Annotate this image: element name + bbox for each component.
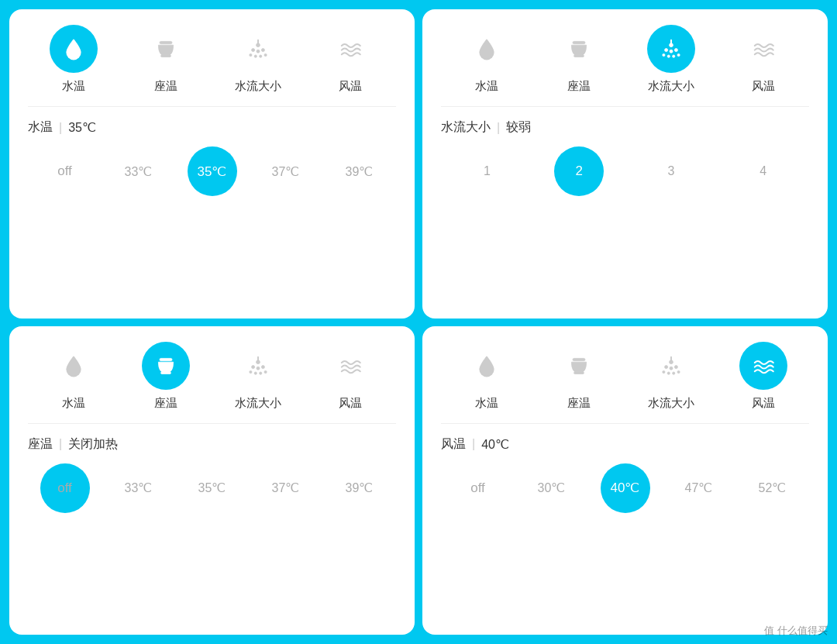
setting-name: 水流大小: [441, 119, 491, 136]
options-row: off30℃40℃47℃52℃: [441, 463, 809, 513]
setting-name: 水温: [28, 119, 53, 136]
watermark: 值 什么值得买: [764, 624, 828, 638]
setting-name: 风温: [441, 436, 466, 453]
card-flow-size: 水温座温水流大小风温水流大小 | 较弱1234: [422, 9, 828, 319]
setting-value: 35℃: [68, 120, 96, 135]
icon-item-seat[interactable]: 座温: [142, 25, 190, 94]
option-47[interactable]: 47℃: [674, 463, 724, 513]
card-seat-temp: 水温座温水流大小风温座温 | 关闭加热off33℃35℃37℃39℃: [9, 326, 415, 635]
wind-icon-active[interactable]: [739, 342, 787, 390]
wind-icon-inactive[interactable]: [739, 25, 787, 73]
icon-label-wind: 风温: [339, 79, 362, 94]
icon-item-seat[interactable]: 座温: [142, 342, 190, 411]
icon-label-water: 水温: [62, 79, 85, 94]
option-52[interactable]: 52℃: [748, 463, 797, 513]
icon-label-water: 水温: [475, 396, 498, 411]
options-row: 1234: [441, 146, 809, 196]
icons-row: 水温座温水流大小风温: [441, 25, 809, 94]
seat-icon-inactive[interactable]: [555, 25, 603, 73]
divider: [441, 423, 809, 424]
icon-item-water[interactable]: 水温: [50, 25, 98, 94]
card-wind-temp: 水温座温水流大小风温风温 | 40℃off30℃40℃47℃52℃: [422, 326, 828, 635]
water-icon-inactive[interactable]: [50, 342, 98, 390]
seat-icon-inactive[interactable]: [142, 25, 190, 73]
icon-item-water[interactable]: 水温: [463, 25, 511, 94]
icon-label-flow: 水流大小: [648, 79, 694, 94]
icons-row: 水温座温水流大小风温: [28, 25, 396, 94]
option-40[interactable]: 40℃: [601, 463, 650, 513]
icon-item-wind[interactable]: 风温: [739, 342, 787, 411]
divider: [28, 106, 396, 107]
icon-item-flow[interactable]: 水流大小: [234, 25, 282, 94]
flow-icon-inactive[interactable]: [234, 25, 282, 73]
icon-item-wind[interactable]: 风温: [326, 25, 374, 94]
water-icon-active[interactable]: [50, 25, 98, 73]
setting-label: 水温 | 35℃: [28, 119, 396, 136]
setting-label: 水流大小 | 较弱: [441, 119, 809, 136]
option-39[interactable]: 39℃: [335, 463, 384, 513]
icon-item-wind[interactable]: 风温: [739, 25, 787, 94]
seat-icon-inactive[interactable]: [555, 342, 603, 390]
card-water-temp: 水温座温水流大小风温水温 | 35℃off33℃35℃37℃39℃: [9, 9, 415, 319]
separator: |: [59, 121, 62, 135]
icon-label-seat: 座温: [567, 396, 591, 411]
option-35[interactable]: 35℃: [188, 463, 237, 513]
divider: [28, 423, 396, 424]
option-39[interactable]: 39℃: [335, 146, 384, 196]
icon-label-seat: 座温: [154, 79, 177, 94]
icon-item-water[interactable]: 水温: [50, 342, 98, 411]
flow-icon-active[interactable]: [647, 25, 695, 73]
option-off[interactable]: off: [453, 463, 503, 513]
icon-label-water: 水温: [62, 396, 85, 411]
setting-value: 较弱: [506, 119, 531, 136]
option-30[interactable]: 30℃: [527, 463, 577, 513]
icon-label-flow: 水流大小: [235, 396, 281, 411]
icon-label-wind: 风温: [339, 396, 362, 411]
option-35[interactable]: 35℃: [188, 146, 237, 196]
separator: |: [59, 437, 62, 451]
icon-label-seat: 座温: [154, 396, 177, 411]
icons-row: 水温座温水流大小风温: [28, 342, 396, 411]
water-icon-inactive[interactable]: [463, 342, 511, 390]
icon-label-seat: 座温: [567, 79, 591, 94]
option-37[interactable]: 37℃: [261, 146, 311, 196]
wind-icon-inactive[interactable]: [326, 25, 374, 73]
icon-label-wind: 风温: [752, 79, 775, 94]
setting-value: 40℃: [481, 437, 509, 452]
separator: |: [472, 437, 475, 451]
icon-label-flow: 水流大小: [235, 79, 281, 94]
flow-icon-inactive[interactable]: [647, 342, 695, 390]
option-2[interactable]: 2: [554, 146, 604, 196]
icon-label-water: 水温: [475, 79, 498, 94]
setting-name: 座温: [28, 436, 53, 453]
icon-item-wind[interactable]: 风温: [326, 342, 374, 411]
flow-icon-inactive[interactable]: [234, 342, 282, 390]
icon-item-water[interactable]: 水温: [463, 342, 511, 411]
option-33[interactable]: 33℃: [114, 463, 164, 513]
option-33[interactable]: 33℃: [114, 146, 164, 196]
option-off[interactable]: off: [40, 146, 90, 196]
setting-label: 风温 | 40℃: [441, 436, 809, 453]
setting-value: 关闭加热: [68, 436, 118, 453]
icon-item-flow[interactable]: 水流大小: [234, 342, 282, 411]
seat-icon-active[interactable]: [142, 342, 190, 390]
option-1[interactable]: 1: [462, 146, 512, 196]
icon-label-flow: 水流大小: [648, 396, 694, 411]
separator: |: [497, 121, 500, 135]
icon-item-flow[interactable]: 水流大小: [647, 25, 695, 94]
icon-label-wind: 风温: [752, 396, 775, 411]
options-row: off33℃35℃37℃39℃: [28, 146, 396, 196]
setting-label: 座温 | 关闭加热: [28, 436, 396, 453]
wind-icon-inactive[interactable]: [326, 342, 374, 390]
icon-item-flow[interactable]: 水流大小: [647, 342, 695, 411]
options-row: off33℃35℃37℃39℃: [28, 463, 396, 513]
option-3[interactable]: 3: [646, 146, 696, 196]
icons-row: 水温座温水流大小风温: [441, 342, 809, 411]
icon-item-seat[interactable]: 座温: [555, 342, 603, 411]
divider: [441, 106, 809, 107]
option-37[interactable]: 37℃: [261, 463, 311, 513]
water-icon-inactive[interactable]: [463, 25, 511, 73]
option-4[interactable]: 4: [739, 146, 788, 196]
option-off[interactable]: off: [40, 463, 90, 513]
icon-item-seat[interactable]: 座温: [555, 25, 603, 94]
